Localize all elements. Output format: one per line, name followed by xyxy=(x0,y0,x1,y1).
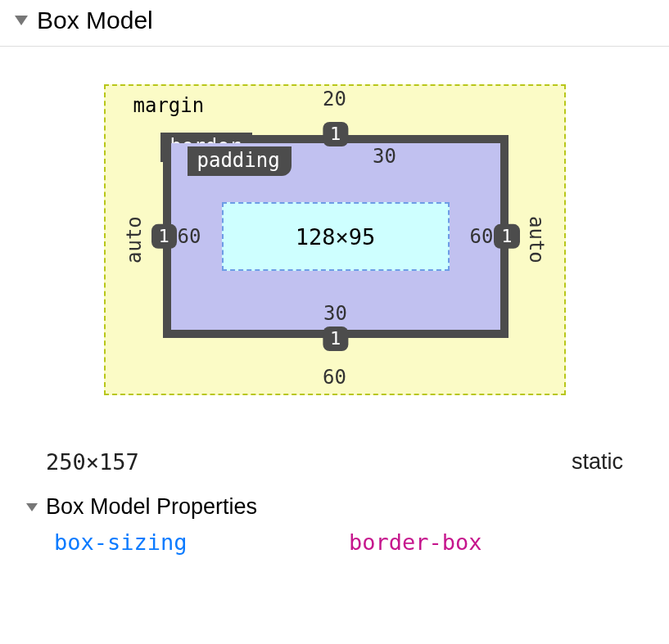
box-model-diagram: margin 20 auto 60 auto border 1 1 1 1 pa… xyxy=(0,47,669,410)
position-type: static xyxy=(572,449,623,475)
section-title: Box Model xyxy=(37,7,153,34)
property-row[interactable]: box-sizing border-box xyxy=(54,529,623,555)
border-bottom-value[interactable]: 1 xyxy=(323,327,348,351)
rendered-size: 250×157 xyxy=(46,449,139,475)
border-top-value[interactable]: 1 xyxy=(323,122,348,146)
property-name: box-sizing xyxy=(54,529,349,555)
property-value: border-box xyxy=(349,529,482,555)
border-right-value[interactable]: 1 xyxy=(494,224,519,249)
padding-region[interactable]: padding 30 60 30 60 128×95 xyxy=(171,143,500,330)
box-model-section-header[interactable]: Box Model xyxy=(0,0,669,47)
chevron-down-icon xyxy=(26,503,38,511)
content-region[interactable]: 128×95 xyxy=(222,202,450,271)
chevron-down-icon xyxy=(15,16,28,25)
padding-left-value[interactable]: 60 xyxy=(171,143,222,330)
content-size: 128×95 xyxy=(296,224,376,250)
border-region[interactable]: border 1 1 1 1 padding 30 60 30 60 128×9… xyxy=(163,135,509,338)
margin-region[interactable]: margin 20 auto 60 auto border 1 1 1 1 pa… xyxy=(104,84,566,395)
box-model-properties-header[interactable]: Box Model Properties xyxy=(26,494,623,520)
border-left-value[interactable]: 1 xyxy=(151,224,177,249)
subsection-title: Box Model Properties xyxy=(46,494,257,520)
